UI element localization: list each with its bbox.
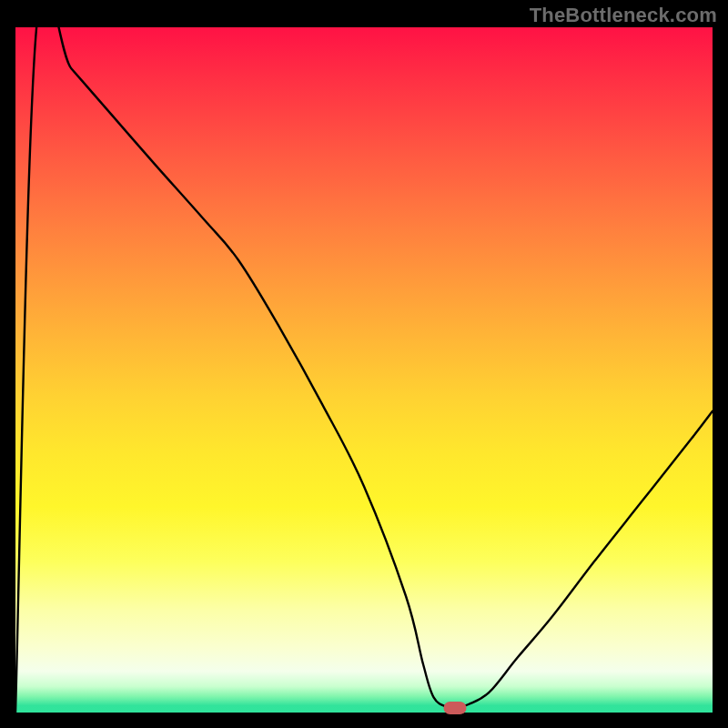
attribution-text: TheBottleneck.com: [530, 4, 717, 27]
bottleneck-curve: [15, 27, 713, 713]
chart-frame: TheBottleneck.com: [0, 0, 728, 728]
curve-path: [15, 27, 713, 713]
plot-area: [15, 27, 713, 713]
optimum-marker: [443, 702, 466, 714]
